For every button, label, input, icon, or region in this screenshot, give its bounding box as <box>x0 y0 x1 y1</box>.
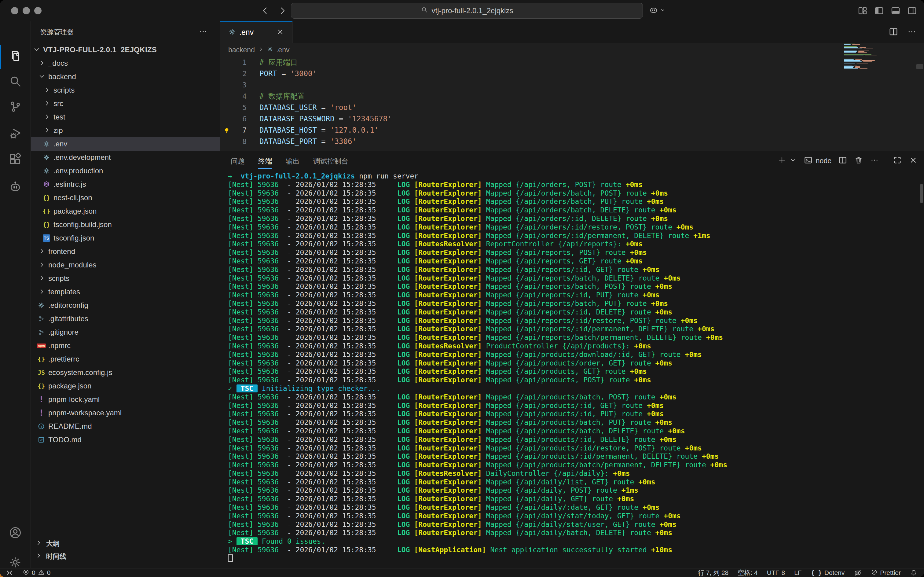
panel-tab-输出[interactable]: 输出 <box>286 151 300 171</box>
close-tab-icon[interactable] <box>276 27 285 37</box>
zoom-window-button[interactable] <box>34 7 42 15</box>
tree-item[interactable]: .gitignore <box>31 326 220 339</box>
tree-item[interactable]: test <box>31 110 220 124</box>
tree-item[interactable]: .env.production <box>31 164 220 177</box>
tree-item[interactable]: scripts <box>31 272 220 285</box>
tree-item[interactable]: !pnpm-lock.yaml <box>31 393 220 406</box>
minimap[interactable] <box>844 43 890 69</box>
terminal-line: [Nest] 59636 - 2026/01/02 15:28:35 LOG [… <box>228 503 915 512</box>
remote-indicator[interactable] <box>5 569 13 577</box>
tree-item[interactable]: backend <box>31 70 220 84</box>
error-count: 0 <box>32 569 35 576</box>
terminal-profile-chevron-icon[interactable] <box>789 156 797 165</box>
activity-run-debug[interactable] <box>0 120 31 147</box>
toggle-sidebar-left-icon[interactable] <box>874 5 884 16</box>
terminal-line: [Nest] 59636 - 2026/01/02 15:28:35 LOG [… <box>228 232 915 240</box>
terminal-output[interactable]: → vtj-pro-full-2.0.1_2ejqkizs npm run se… <box>228 172 915 563</box>
sidebar-title: 资源管理器 <box>40 27 74 37</box>
split-terminal-icon[interactable] <box>838 156 847 166</box>
more-actions-icon[interactable] <box>907 27 917 38</box>
cursor-position[interactable]: 行 7, 列 28 <box>698 569 728 577</box>
timeline-section[interactable]: 时间线 <box>31 550 220 562</box>
activity-source-control[interactable] <box>0 93 31 120</box>
breadcrumb-file[interactable]: .env <box>276 46 289 54</box>
tree-item[interactable]: {}package.json <box>31 205 220 218</box>
breadcrumb[interactable]: backend .env <box>228 43 289 57</box>
tree-item[interactable]: .env <box>31 137 220 151</box>
tab-env[interactable]: .env <box>220 21 293 43</box>
tree-item[interactable]: TODO.md <box>31 433 220 446</box>
navigate-back-icon[interactable] <box>260 6 270 17</box>
tree-item[interactable]: .editorconfig <box>31 298 220 312</box>
outline-section[interactable]: 大纲 <box>31 537 220 550</box>
tree-item[interactable]: _docs <box>31 56 220 70</box>
formatter-status[interactable]: Prettier <box>871 569 901 577</box>
more-actions-icon[interactable] <box>199 27 208 37</box>
file-tree: VTJ-PRO-FULL-2.0.1_2EJQKIZS_docsbackends… <box>31 43 220 446</box>
terminal-line: [Nest] 59636 - 2026/01/02 15:28:35 LOG [… <box>228 469 915 478</box>
minimize-window-button[interactable] <box>23 7 30 15</box>
encoding[interactable]: UTF-8 <box>767 569 785 576</box>
tree-item[interactable]: .env.development <box>31 151 220 164</box>
activity-extensions[interactable] <box>0 146 31 172</box>
panel-tab-调试控制台[interactable]: 调试控制台 <box>313 151 348 171</box>
terminal-instance-label[interactable]: node <box>816 157 831 165</box>
eol-sequence[interactable]: LF <box>794 569 802 576</box>
new-terminal-icon[interactable] <box>778 156 787 166</box>
notifications-bell-icon[interactable] <box>910 569 917 576</box>
maximize-panel-icon[interactable] <box>893 156 902 166</box>
tree-item[interactable]: src <box>31 97 220 110</box>
tree-item[interactable]: {}.prettierrc <box>31 352 220 366</box>
toggle-panel-icon[interactable] <box>890 5 901 16</box>
terminal-line: [Nest] 59636 - 2026/01/02 15:28:35 LOG [… <box>228 189 915 198</box>
copilot-disabled-icon[interactable] <box>854 569 862 577</box>
tree-item[interactable]: .gitattributes <box>31 312 220 326</box>
command-center-search[interactable]: vtj-pro-full-2.0.1_2ejqkizs <box>291 3 643 19</box>
more-actions-icon[interactable] <box>870 156 879 166</box>
copilot-menu-button[interactable] <box>649 5 666 16</box>
tree-item[interactable]: .eslintrc.js <box>31 177 220 191</box>
split-editor-icon[interactable] <box>889 27 898 38</box>
activity-explorer[interactable] <box>0 42 31 69</box>
git-file-icon <box>37 314 46 323</box>
editor-tab-bar: .env <box>220 21 924 43</box>
tree-item[interactable]: JSecosystem.config.js <box>31 366 220 379</box>
terminal-instance-icon[interactable] <box>803 156 813 166</box>
tree-item[interactable]: VTJ-PRO-FULL-2.0.1_2EJQKIZS <box>31 43 220 56</box>
active-tab-indicator <box>220 21 292 22</box>
tree-item[interactable]: node_modules <box>31 258 220 272</box>
indentation[interactable]: 空格: 4 <box>737 569 757 577</box>
tree-item[interactable]: {}nest-cli.json <box>31 191 220 205</box>
layout-customize-icon[interactable] <box>857 5 868 16</box>
tree-item[interactable]: README.md <box>31 420 220 433</box>
tree-item[interactable]: TStsconfig.json <box>31 231 220 245</box>
chevron-right-icon <box>38 261 46 271</box>
tree-item[interactable]: frontend <box>31 245 220 258</box>
panel-tab-终端[interactable]: 终端 <box>258 151 272 171</box>
tree-item[interactable]: zip <box>31 124 220 137</box>
terminal-scrollbar[interactable] <box>920 184 923 203</box>
activity-account[interactable] <box>0 519 31 546</box>
minimap-slider[interactable] <box>916 64 923 69</box>
kill-terminal-icon[interactable] <box>854 156 863 166</box>
code-editor[interactable]: 1# 应用端口2PORT = '3000'34# 数据库配置5DATABASE_… <box>220 57 924 151</box>
layout-controls <box>857 5 917 16</box>
breadcrumb-folder[interactable]: backend <box>228 46 255 54</box>
tree-item[interactable]: !pnpm-workspace.yaml <box>31 406 220 420</box>
close-window-button[interactable] <box>11 7 18 15</box>
chevron-right-icon <box>43 86 51 96</box>
tree-item[interactable]: {}package.json <box>31 379 220 393</box>
toggle-sidebar-right-icon[interactable] <box>907 5 917 16</box>
tree-item[interactable]: scripts <box>31 84 220 97</box>
problems-status[interactable]: 0 0 <box>23 569 50 577</box>
tree-item[interactable]: npm.npmrc <box>31 339 220 352</box>
activity-ai-chat[interactable] <box>0 173 31 200</box>
terminal-line: [Nest] 59636 - 2026/01/02 15:28:35 LOG [… <box>228 181 915 189</box>
close-panel-icon[interactable] <box>909 156 918 166</box>
panel-tab-问题[interactable]: 问题 <box>231 151 245 171</box>
navigate-forward-icon[interactable] <box>277 6 287 17</box>
language-mode[interactable]: { } Dotenv <box>811 569 845 576</box>
tree-item[interactable]: {}tsconfig.build.json <box>31 218 220 231</box>
tree-item[interactable]: templates <box>31 285 220 298</box>
activity-search[interactable] <box>0 68 31 95</box>
